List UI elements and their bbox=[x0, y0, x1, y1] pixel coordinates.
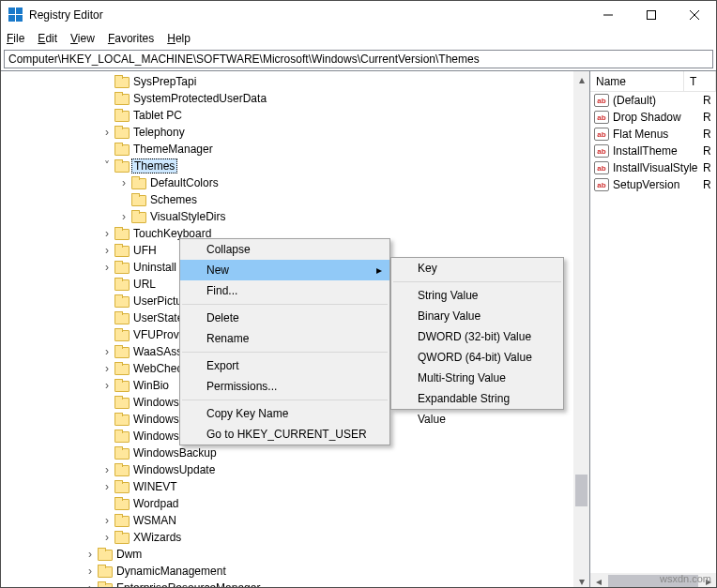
maximize-button[interactable] bbox=[630, 1, 673, 29]
tree-item[interactable]: SysPrepTapi bbox=[1, 73, 589, 90]
column-name[interactable]: Name bbox=[590, 71, 684, 91]
titlebar: Registry Editor bbox=[1, 1, 716, 29]
chevron-right-icon[interactable]: › bbox=[84, 565, 97, 578]
chevron-right-icon[interactable]: › bbox=[100, 345, 114, 358]
tree-item-label: Tablet PC bbox=[131, 109, 184, 122]
tree-item[interactable]: ˅Themes bbox=[1, 158, 589, 174]
tree-item[interactable]: ThemeManager bbox=[1, 141, 589, 158]
value-type: R bbox=[703, 111, 716, 124]
workspace: SysPrepTapiSystemProtectedUserDataTablet… bbox=[1, 70, 716, 588]
tree-item[interactable]: ›DynamicManagement bbox=[1, 563, 589, 580]
chevron-right-icon[interactable]: › bbox=[100, 514, 114, 527]
folder-icon bbox=[97, 548, 112, 561]
tree-item[interactable]: WindowsBackup bbox=[1, 445, 589, 461]
menu-item[interactable]: Delete bbox=[180, 308, 389, 328]
tree-item[interactable]: ›Telephony bbox=[1, 124, 589, 141]
tree-item-label: Uninstall bbox=[131, 261, 178, 274]
menu-item[interactable]: String Value bbox=[391, 285, 563, 306]
menu-item[interactable]: Multi-String Value bbox=[391, 368, 563, 388]
value-row[interactable]: abDrop ShadowR bbox=[590, 109, 716, 126]
value-row[interactable]: abSetupVersionR bbox=[590, 176, 716, 193]
tree-item[interactable]: ›WindowsUpdate bbox=[1, 461, 589, 478]
menu-item[interactable]: Permissions... bbox=[180, 376, 389, 397]
folder-icon bbox=[114, 379, 129, 392]
scroll-down-icon[interactable]: ▾ bbox=[573, 573, 589, 588]
address-bar[interactable]: Computer\HKEY_LOCAL_MACHINE\SOFTWARE\Mic… bbox=[4, 50, 713, 68]
tree-item[interactable]: Tablet PC bbox=[1, 107, 589, 124]
value-row[interactable]: abInstallVisualStyleR bbox=[590, 159, 716, 176]
chevron-right-icon[interactable]: › bbox=[100, 463, 114, 476]
chevron-right-icon[interactable]: › bbox=[100, 126, 114, 139]
chevron-right-icon[interactable]: › bbox=[100, 227, 114, 240]
menu-help[interactable]: Help bbox=[167, 32, 191, 45]
tree-item[interactable]: SystemProtectedUserData bbox=[1, 90, 589, 107]
chevron-right-icon[interactable]: › bbox=[117, 210, 130, 223]
menu-item[interactable]: Copy Key Name bbox=[180, 403, 389, 424]
folder-icon bbox=[114, 311, 129, 324]
chevron-right-icon[interactable]: › bbox=[84, 548, 97, 561]
menu-item[interactable]: Rename bbox=[180, 328, 389, 349]
value-row[interactable]: abFlat MenusR bbox=[590, 126, 716, 143]
folder-icon bbox=[114, 497, 129, 510]
tree-item[interactable]: Schemes bbox=[1, 191, 589, 208]
menu-item[interactable]: DWORD (32-bit) Value bbox=[391, 326, 563, 347]
menu-item[interactable]: QWORD (64-bit) Value bbox=[391, 347, 563, 368]
chevron-right-icon[interactable]: › bbox=[100, 531, 114, 544]
menu-favorites[interactable]: Favorites bbox=[108, 32, 154, 45]
minimize-button[interactable] bbox=[587, 1, 630, 29]
chevron-right-icon[interactable]: › bbox=[84, 581, 97, 588]
menu-item[interactable]: Key bbox=[391, 258, 563, 279]
menu-view[interactable]: View bbox=[70, 32, 95, 45]
value-type: R bbox=[703, 161, 716, 174]
chevron-right-icon[interactable]: › bbox=[100, 261, 114, 274]
folder-icon bbox=[114, 261, 129, 274]
tree-item[interactable]: ›EnterpriseResourceManager bbox=[1, 580, 589, 588]
folder-icon bbox=[114, 362, 129, 375]
menu-edit[interactable]: Edit bbox=[38, 32, 57, 45]
menu-item[interactable]: Expandable String Value bbox=[391, 388, 563, 409]
menu-separator bbox=[182, 304, 388, 305]
tree-scrollbar[interactable]: ▴ ▾ bbox=[573, 71, 589, 588]
scroll-left-icon[interactable]: ◂ bbox=[590, 573, 606, 588]
close-button[interactable] bbox=[673, 1, 716, 29]
chevron-right-icon[interactable]: › bbox=[100, 362, 114, 375]
chevron-right-icon[interactable]: › bbox=[100, 379, 114, 392]
tree-item[interactable]: ›WSMAN bbox=[1, 512, 589, 529]
folder-icon bbox=[130, 176, 145, 189]
tree-item-label: WSMAN bbox=[131, 514, 178, 527]
tree-item[interactable]: ›VisualStyleDirs bbox=[1, 208, 589, 225]
menu-item[interactable]: Go to HKEY_CURRENT_USER bbox=[180, 424, 389, 445]
tree-item[interactable]: Wordpad bbox=[1, 495, 589, 512]
scroll-thumb[interactable] bbox=[575, 475, 587, 506]
tree-item-label: SystemProtectedUserData bbox=[131, 92, 268, 105]
context-menu: CollapseNew▸Find...DeleteRenameExportPer… bbox=[179, 238, 390, 445]
value-row[interactable]: abInstallThemeR bbox=[590, 143, 716, 159]
tree-item-label: ThemeManager bbox=[131, 143, 215, 156]
menu-file[interactable]: File bbox=[7, 32, 24, 45]
chevron-right-icon[interactable]: › bbox=[117, 176, 130, 189]
value-type: R bbox=[703, 94, 716, 107]
menu-item[interactable]: Find... bbox=[180, 280, 389, 301]
chevron-right-icon[interactable]: › bbox=[100, 480, 114, 493]
string-value-icon: ab bbox=[594, 144, 609, 158]
value-name: Flat Menus bbox=[613, 128, 699, 141]
value-row[interactable]: ab(Default)R bbox=[590, 92, 716, 109]
value-name: (Default) bbox=[613, 94, 699, 107]
scroll-up-icon[interactable]: ▴ bbox=[573, 71, 589, 87]
chevron-down-icon[interactable]: ˅ bbox=[100, 159, 114, 173]
tree-item[interactable]: ›WINEVT bbox=[1, 478, 589, 495]
folder-icon bbox=[114, 446, 129, 460]
tree-item[interactable]: ›Dwm bbox=[1, 546, 589, 563]
tree-item-label: Schemes bbox=[148, 193, 199, 206]
menu-item[interactable]: Binary Value bbox=[391, 306, 563, 326]
menu-item[interactable]: Export bbox=[180, 355, 389, 376]
menu-item[interactable]: New▸ bbox=[180, 260, 389, 280]
menu-item[interactable]: Collapse bbox=[180, 239, 389, 260]
tree-item[interactable]: ›XWizards bbox=[1, 529, 589, 546]
tree-item[interactable]: ›DefaultColors bbox=[1, 174, 589, 191]
chevron-right-icon[interactable]: › bbox=[100, 244, 114, 257]
value-name: SetupVersion bbox=[613, 178, 699, 191]
string-value-icon: ab bbox=[594, 111, 609, 124]
tree-item-label: SysPrepTapi bbox=[131, 75, 198, 88]
column-type[interactable]: T bbox=[684, 71, 716, 91]
